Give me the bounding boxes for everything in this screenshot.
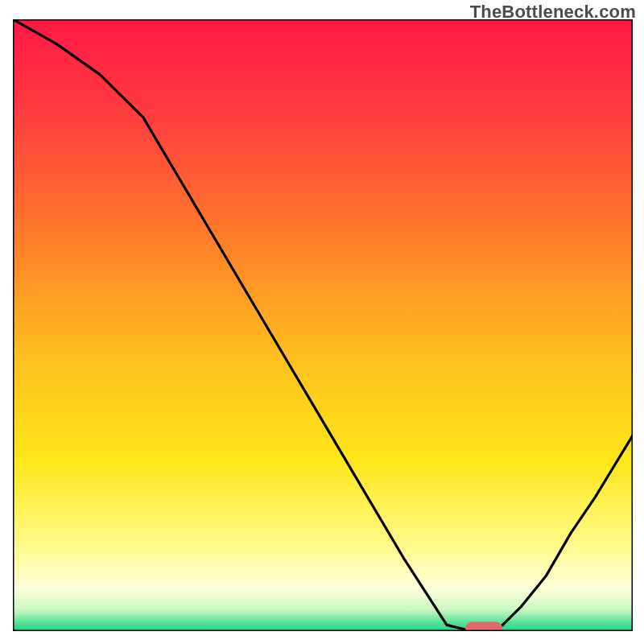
plot-background <box>13 19 633 631</box>
chart-container: TheBottleneck.com <box>0 0 644 644</box>
bottleneck-chart <box>13 19 633 631</box>
optimal-marker <box>465 622 502 631</box>
